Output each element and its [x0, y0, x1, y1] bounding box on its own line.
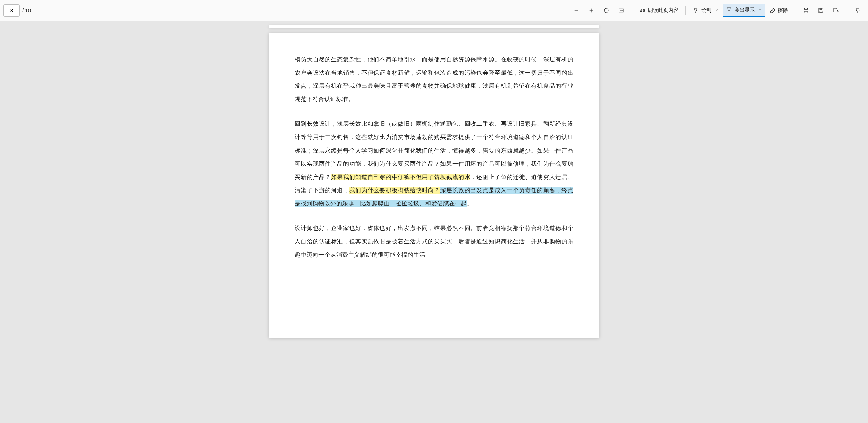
save-button[interactable] [814, 4, 828, 17]
page-container: 模仿大自然的生态复杂性，他们不简单地引水，而是使用自然资源保障水源。在收获的时候… [0, 21, 868, 351]
svg-rect-11 [820, 8, 822, 10]
pdf-page: 模仿大自然的生态复杂性，他们不简单地引水，而是使用自然资源保障水源。在收获的时候… [269, 33, 599, 338]
fit-page-icon [618, 7, 625, 14]
zoom-in-button[interactable] [585, 4, 598, 17]
fit-page-button[interactable] [614, 4, 628, 17]
erase-icon [769, 7, 776, 14]
print-icon [803, 7, 809, 14]
toolbar-right-group: A 朗读此页内容 绘制 突出显示 [570, 4, 865, 17]
toolbar-separator [847, 6, 847, 15]
erase-label: 擦除 [778, 7, 788, 14]
save-as-button[interactable] [829, 4, 843, 17]
pin-icon [854, 7, 861, 14]
read-aloud-button[interactable]: A 朗读此页内容 [636, 4, 681, 17]
toolbar-separator [795, 6, 795, 15]
save-icon [817, 7, 824, 14]
highlight-yellow: 我们为什么要积极掏钱给快时尚？ [349, 187, 440, 194]
highlight-label: 突出显示 [734, 7, 755, 13]
highlight-yellow: 如果我们知道自己穿的牛仔裤不但用了筑坝截流的水 [331, 174, 470, 180]
chevron-down-icon [715, 8, 719, 13]
draw-button[interactable]: 绘制 [690, 4, 722, 17]
svg-rect-12 [820, 11, 822, 12]
page-number-input[interactable] [3, 4, 20, 17]
minus-icon [573, 7, 580, 14]
read-aloud-icon: A [639, 7, 646, 14]
save-as-icon [832, 7, 839, 14]
draw-label: 绘制 [701, 7, 711, 14]
svg-rect-10 [805, 11, 807, 13]
page-controls: / 10 [3, 4, 31, 17]
paragraph-3: 设计师也好，企业家也好，媒体也好，出发点不同，结果必然不同。前者竞相靠拢那个符合… [295, 222, 573, 261]
text-plain: 。 [467, 200, 473, 207]
draw-icon [692, 7, 699, 14]
erase-button[interactable]: 擦除 [766, 4, 791, 17]
text-plain: 回到长效设计，浅层长效比如拿旧（或做旧）雨棚制作通勤包、回收二手衣、再设计旧家具… [295, 121, 573, 180]
rotate-button[interactable] [599, 4, 613, 17]
highlight-icon [726, 6, 732, 13]
pin-button[interactable] [851, 4, 865, 17]
plus-icon [588, 7, 595, 14]
read-aloud-label: 朗读此页内容 [648, 7, 678, 14]
pdf-viewer[interactable]: 模仿大自然的生态复杂性，他们不简单地引水，而是使用自然资源保障水源。在收获的时候… [0, 21, 868, 423]
zoom-out-button[interactable] [570, 4, 583, 17]
print-button[interactable] [799, 4, 813, 17]
paragraph-1: 模仿大自然的生态复杂性，他们不简单地引水，而是使用自然资源保障水源。在收获的时候… [295, 53, 573, 106]
chevron-down-icon [758, 7, 762, 13]
rotate-icon [603, 7, 610, 14]
svg-text:A: A [640, 8, 643, 13]
highlight-button[interactable]: 突出显示 [723, 4, 765, 17]
pdf-toolbar: / 10 A 朗读此页内容 [0, 0, 868, 21]
toolbar-separator [632, 6, 632, 15]
page-total-label: / 10 [22, 7, 31, 13]
previous-page-edge [269, 25, 599, 28]
svg-line-7 [772, 10, 774, 12]
toolbar-separator [685, 6, 686, 15]
paragraph-2: 回到长效设计，浅层长效比如拿旧（或做旧）雨棚制作通勤包、回收二手衣、再设计旧家具… [295, 117, 573, 210]
